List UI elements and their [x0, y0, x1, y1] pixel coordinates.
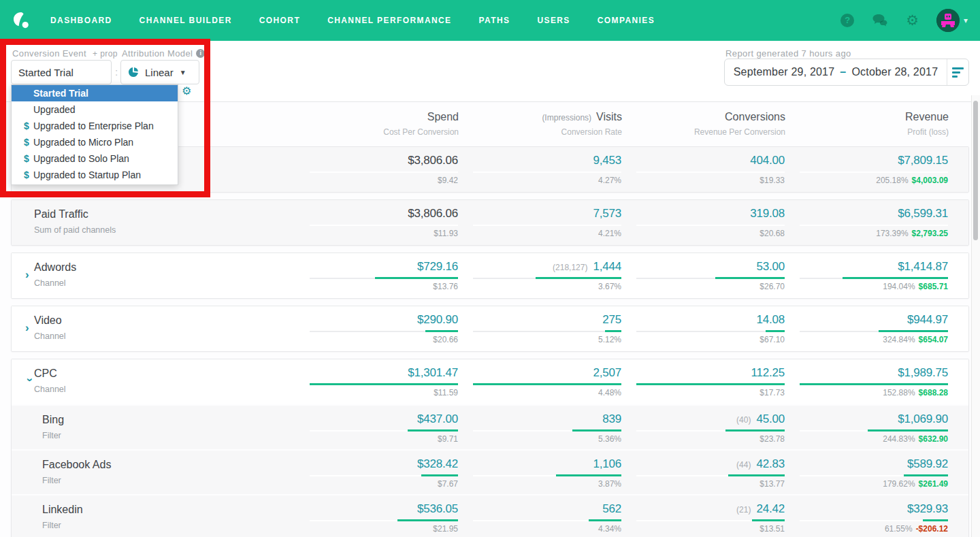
add-prop-button[interactable]: + prop: [93, 49, 118, 59]
dropdown-item-upgraded-to-solo-plan[interactable]: $Upgraded to Solo Plan: [12, 150, 178, 167]
conversions-bar: [636, 429, 785, 432]
row-name: Linkedin: [42, 504, 295, 516]
nav-item-paths[interactable]: PATHS: [479, 16, 510, 25]
spend-subvalue: $11.93: [295, 229, 458, 238]
table-row-video[interactable]: ›VideoChannel$290.90$20.662755.12%14.08$…: [12, 306, 968, 351]
dropdown-item-label: Upgraded to Solo Plan: [33, 153, 129, 164]
spend-value: $3,806.06: [295, 154, 458, 169]
column-header-conversions[interactable]: ConversionsRevenue Per Conversion: [622, 111, 785, 140]
nav-item-companies[interactable]: COMPANIES: [598, 16, 655, 25]
date-filter-icon[interactable]: [947, 59, 968, 85]
conversion-event-input[interactable]: [11, 60, 112, 84]
column-header-spend[interactable]: SpendCost Per Conversion: [295, 111, 459, 140]
row-name-col: ›CPCChannel: [12, 359, 295, 404]
chevron-right-icon[interactable]: ›: [25, 268, 29, 282]
avatar[interactable]: [936, 9, 960, 32]
table-row-facebook-ads[interactable]: Facebook AdsFilter$328.42$7.671,1063.87%…: [12, 449, 968, 494]
visits-prefix: (218,127): [553, 263, 587, 272]
spend-cell: $437.00$9.71: [295, 406, 458, 449]
table-row-adwords[interactable]: ›AdwordsChannel$729.16$13.76(218,127)1,4…: [12, 253, 968, 298]
spend-bar: [310, 519, 458, 521]
account-menu[interactable]: ▾: [936, 9, 968, 32]
revenue-bar: [800, 171, 948, 173]
dropdown-item-upgraded-to-startup-plan[interactable]: $Upgraded to Startup Plan: [12, 167, 178, 183]
nav-menu: DASHBOARDCHANNEL BUILDERCOHORTCHANNEL PE…: [50, 16, 655, 25]
chat-icon[interactable]: [872, 14, 888, 27]
dropdown-item-upgraded-to-micro-plan[interactable]: $Upgraded to Micro Plan: [12, 134, 178, 150]
nav-item-users[interactable]: USERS: [537, 16, 570, 25]
bar-track: [800, 225, 948, 226]
attribution-model-select[interactable]: Linear ▼: [120, 60, 199, 84]
date-range-picker[interactable]: September 29, 2017–October 28, 2017: [724, 59, 969, 86]
conversions-bar: [636, 519, 785, 521]
channel-table: $3,806.06$9.429,4534.27%404.00$19.33$7,8…: [0, 146, 980, 537]
chevron-down-icon[interactable]: ›: [23, 378, 37, 382]
spend-number: $437.00: [417, 412, 458, 425]
nav-item-cohort[interactable]: COHORT: [259, 16, 300, 25]
nav-item-channel-builder[interactable]: CHANNEL BUILDER: [140, 16, 232, 25]
spend-number: $729.16: [417, 260, 458, 273]
row-name-col: Facebook AdsFilter: [12, 451, 295, 494]
revenue-cell: $944.97324.84%$654.07: [785, 306, 948, 351]
bar-fill: [536, 277, 621, 279]
chevron-right-icon[interactable]: ›: [25, 321, 29, 335]
conversions-subvalue: $19.33: [621, 176, 785, 185]
table-row-cpc[interactable]: ›CPCChannel$1,301.47$11.592,5074.48%112.…: [12, 359, 968, 404]
help-icon[interactable]: ?: [840, 14, 854, 27]
info-icon[interactable]: i: [196, 49, 205, 58]
conversions-subvalue: $67.10: [621, 335, 785, 344]
visits-value: 1,106: [458, 457, 621, 473]
visits-subvalue: 5.36%: [458, 434, 621, 444]
visits-subvalue: 4.34%: [458, 524, 621, 534]
bar-fill: [868, 429, 948, 432]
revenue-subvalue: 152.88%$688.28: [785, 388, 948, 397]
nav-item-channel-performance[interactable]: CHANNEL PERFORMANCE: [327, 16, 451, 25]
report-generated-label: Report generated 7 hours ago: [725, 48, 851, 59]
conversions-cell: (21)24.42$13.51: [621, 495, 785, 537]
bar-fill: [408, 429, 458, 432]
column-header-visits[interactable]: (Impressions)VisitsConversion Rate: [459, 111, 622, 140]
revenue-bar: [800, 224, 948, 226]
gear-icon[interactable]: ⚙: [906, 14, 919, 27]
conversions-cell: 404.00$19.33: [621, 147, 785, 192]
revenue-bar: [800, 330, 948, 332]
visits-value: 562: [458, 502, 621, 518]
nav-item-dashboard[interactable]: DASHBOARD: [50, 16, 112, 25]
bar-fill: [397, 519, 458, 521]
bar-fill: [766, 330, 785, 332]
visits-number: 1,106: [593, 457, 621, 470]
attribution-logo[interactable]: [12, 11, 31, 30]
scrollbar-thumb[interactable]: [973, 101, 978, 240]
dropdown-item-upgraded-to-enterprise-plan[interactable]: $Upgraded to Enterprise Plan: [12, 118, 178, 134]
bar-fill: [556, 474, 621, 476]
conversions-bar: [636, 474, 785, 476]
top-nav: DASHBOARDCHANNEL BUILDERCOHORTCHANNEL PE…: [0, 0, 980, 41]
conversions-value: (21)24.42: [621, 502, 785, 518]
gear-icon[interactable]: ⚙: [182, 84, 191, 97]
column-label: (Impressions)Visits: [459, 111, 622, 123]
row-name-col: ›VideoChannel: [12, 306, 295, 351]
column-header-revenue[interactable]: RevenueProfit (loss): [785, 111, 949, 140]
bar-track: [310, 225, 458, 226]
revenue-subvalue: 61.55%-$206.12: [785, 524, 948, 534]
bar-track: [636, 331, 785, 332]
table-header-columns: SpendCost Per Conversion(Impressions)Vis…: [295, 111, 949, 140]
date-separator: –: [840, 66, 846, 78]
profit-value: $685.71: [919, 282, 948, 291]
table-row-bing[interactable]: BingFilter$437.00$9.718395.36%(40)45.00$…: [12, 404, 968, 449]
conversions-subvalue: $26.70: [621, 282, 785, 291]
dropdown-item-upgraded[interactable]: Upgraded: [12, 101, 178, 118]
visits-value: 2,507: [458, 366, 621, 382]
conversions-cell: 14.08$67.10: [621, 306, 785, 351]
dropdown-item-label: Upgraded to Micro Plan: [33, 137, 133, 148]
spend-value: $536.05: [295, 502, 458, 518]
conversions-cell: (44)42.83$13.77: [621, 451, 785, 494]
scrollbar-track[interactable]: [971, 95, 980, 537]
bar-fill: [421, 474, 459, 476]
dropdown-item-started-trial[interactable]: Started Trial: [12, 85, 178, 101]
table-row-linkedin[interactable]: LinkedinFilter$536.05$21.955624.34%(21)2…: [12, 494, 968, 537]
channel-card: ›VideoChannel$290.90$20.662755.12%14.08$…: [11, 306, 969, 352]
dollar-icon: $: [24, 134, 29, 150]
bar-fill: [800, 383, 948, 385]
spend-number: $328.42: [417, 457, 458, 470]
